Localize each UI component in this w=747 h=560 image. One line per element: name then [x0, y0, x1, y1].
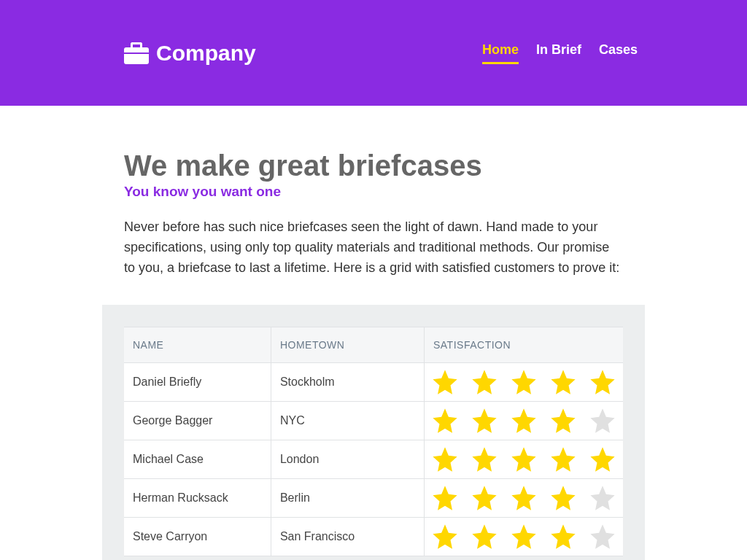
- star-icon: [509, 483, 538, 513]
- customers-table: NAMEHOMETOWNSATISFACTION Daniel BrieflyS…: [124, 327, 623, 556]
- star-icon: [430, 483, 460, 513]
- page-header: Company HomeIn BriefCases: [0, 0, 747, 106]
- customer-satisfaction: [424, 478, 623, 517]
- star-icon: [588, 445, 617, 474]
- customer-name: Steve Carryon: [124, 517, 271, 556]
- star-icon: [430, 368, 460, 397]
- main-nav: HomeIn BriefCases: [482, 42, 638, 64]
- customer-hometown: Stockholm: [271, 362, 424, 401]
- star-icon: [430, 522, 460, 551]
- column-header[interactable]: NAME: [124, 327, 271, 362]
- star-icon: [470, 483, 499, 513]
- customer-satisfaction: [424, 440, 623, 478]
- table-row: Steve CarryonSan Francisco: [124, 517, 623, 556]
- customer-satisfaction: [424, 517, 623, 556]
- star-icon: [509, 445, 538, 474]
- customer-hometown: San Francisco: [271, 517, 424, 556]
- customer-name: George Bagger: [124, 401, 271, 440]
- star-icon: [470, 406, 499, 435]
- table-row: George BaggerNYC: [124, 401, 623, 440]
- customer-hometown: Berlin: [271, 478, 424, 517]
- star-icon: [470, 522, 499, 551]
- star-icon: [509, 522, 538, 551]
- briefcase-icon: [124, 42, 149, 64]
- star-icon: [470, 368, 499, 397]
- customers-grid-container: NAMEHOMETOWNSATISFACTION Daniel BrieflyS…: [102, 305, 645, 560]
- star-icon: [549, 368, 578, 397]
- table-header-row: NAMEHOMETOWNSATISFACTION: [124, 327, 623, 362]
- page-subtitle: You know you want one: [124, 184, 623, 200]
- customer-satisfaction: [424, 362, 623, 401]
- customer-hometown: London: [271, 440, 424, 478]
- table-row: Daniel BrieflyStockholm: [124, 362, 623, 401]
- star-icon: [588, 522, 617, 551]
- customer-name: Herman Rucksack: [124, 478, 271, 517]
- star-icon: [470, 445, 499, 474]
- column-header[interactable]: HOMETOWN: [271, 327, 424, 362]
- nav-item-cases[interactable]: Cases: [599, 42, 638, 64]
- star-icon: [430, 445, 460, 474]
- customer-name: Daniel Briefly: [124, 362, 271, 401]
- star-icon: [549, 522, 578, 551]
- table-row: Herman RucksackBerlin: [124, 478, 623, 517]
- customer-name: Michael Case: [124, 440, 271, 478]
- customer-satisfaction: [424, 401, 623, 440]
- logo[interactable]: Company: [124, 41, 256, 66]
- nav-item-home[interactable]: Home: [482, 42, 519, 64]
- column-header[interactable]: SATISFACTION: [424, 327, 623, 362]
- star-icon: [549, 406, 578, 435]
- table-row: Michael CaseLondon: [124, 440, 623, 478]
- star-icon: [588, 368, 617, 397]
- customer-hometown: NYC: [271, 401, 424, 440]
- star-icon: [549, 445, 578, 474]
- intro-paragraph: Never before has such nice briefcases se…: [124, 217, 623, 279]
- company-name: Company: [156, 41, 256, 66]
- star-icon: [509, 368, 538, 397]
- star-icon: [430, 406, 460, 435]
- star-icon: [549, 483, 578, 513]
- nav-item-in-brief[interactable]: In Brief: [536, 42, 581, 64]
- main-content: We make great briefcases You know you wa…: [0, 106, 747, 560]
- star-icon: [588, 483, 617, 513]
- star-icon: [588, 406, 617, 435]
- page-title: We make great briefcases: [124, 149, 623, 182]
- star-icon: [509, 406, 538, 435]
